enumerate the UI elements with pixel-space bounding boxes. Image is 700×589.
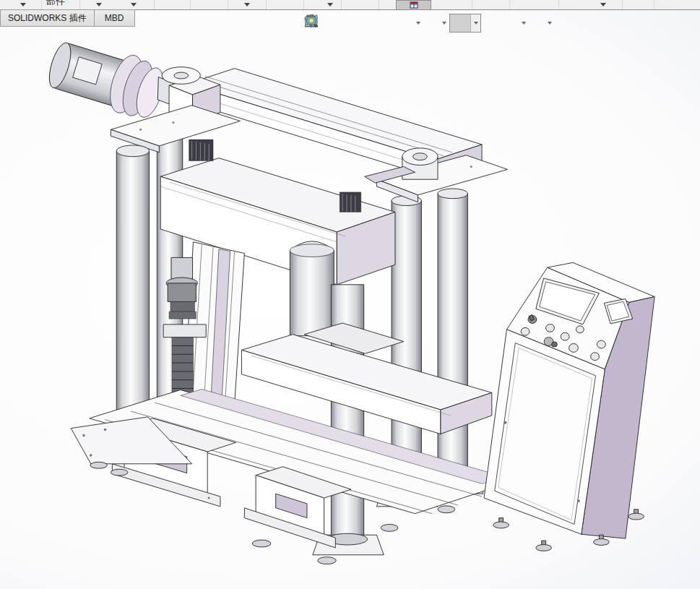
separator bbox=[266, 0, 267, 9]
apply-scene-group bbox=[503, 14, 529, 32]
apply-scene-button[interactable] bbox=[503, 14, 520, 32]
separator bbox=[154, 0, 155, 9]
machine-column-right-rear bbox=[423, 189, 483, 494]
separator bbox=[190, 0, 191, 9]
command-manager-row: 部件 bbox=[0, 0, 700, 10]
view-settings-group bbox=[529, 14, 555, 32]
chevron-down-icon[interactable] bbox=[131, 3, 137, 7]
separator bbox=[79, 0, 80, 9]
tab-mbd[interactable]: MBD bbox=[95, 9, 135, 27]
hide-show-items-dropdown[interactable] bbox=[470, 14, 480, 32]
heads-up-view-toolbar: A bbox=[303, 13, 579, 33]
chevron-down-icon[interactable] bbox=[548, 22, 552, 25]
separator bbox=[558, 0, 559, 9]
annotation-views-button[interactable]: A bbox=[379, 14, 396, 32]
cabinet-door-lock[interactable] bbox=[504, 421, 507, 424]
chevron-down-icon[interactable] bbox=[20, 3, 26, 7]
view-orientation-group bbox=[397, 14, 423, 32]
separator bbox=[228, 0, 228, 9]
chevron-down-icon[interactable] bbox=[522, 22, 526, 25]
model-scene bbox=[0, 9, 700, 589]
measure-button[interactable] bbox=[561, 14, 578, 32]
separator bbox=[379, 0, 379, 9]
separator bbox=[509, 0, 510, 9]
hide-show-items-button[interactable] bbox=[450, 14, 470, 32]
chevron-down-icon[interactable] bbox=[442, 22, 446, 25]
chevron-down-icon[interactable] bbox=[244, 3, 250, 7]
machine-cylinder-tank bbox=[290, 241, 334, 336]
display-style-button[interactable] bbox=[423, 14, 441, 32]
tab-solidworks-addins[interactable]: SOLIDWORKS 插件 bbox=[0, 9, 95, 27]
display-style-group bbox=[423, 14, 449, 32]
zoom-to-area-button[interactable] bbox=[322, 14, 340, 32]
section-view-button[interactable] bbox=[360, 14, 377, 32]
chevron-down-icon bbox=[474, 22, 478, 25]
ribbon-button-label[interactable]: 部件 bbox=[46, 0, 65, 8]
chevron-down-icon[interactable] bbox=[96, 3, 102, 7]
separator bbox=[472, 0, 472, 9]
separator bbox=[41, 0, 42, 9]
tape-measure-icon bbox=[303, 13, 319, 29]
separator bbox=[341, 0, 342, 9]
table-toggle-button[interactable] bbox=[396, 0, 431, 10]
command-manager-tabs: SOLIDWORKS 插件 MBD bbox=[0, 9, 135, 27]
chevron-down-icon[interactable] bbox=[416, 22, 420, 25]
view-orientation-button[interactable] bbox=[397, 14, 415, 32]
chevron-down-icon[interactable] bbox=[600, 3, 606, 7]
table-icon bbox=[410, 1, 418, 9]
view-settings-button[interactable] bbox=[529, 14, 546, 32]
graphics-viewport[interactable]: A bbox=[0, 9, 700, 589]
control-cabinet bbox=[484, 262, 654, 551]
separator bbox=[654, 0, 654, 9]
separator bbox=[303, 0, 304, 9]
chevron-down-icon[interactable] bbox=[327, 3, 333, 7]
hide-show-items-group bbox=[449, 14, 481, 33]
separator bbox=[622, 0, 623, 9]
previous-view-button[interactable] bbox=[341, 14, 358, 32]
edit-appearance-button[interactable] bbox=[484, 14, 501, 32]
